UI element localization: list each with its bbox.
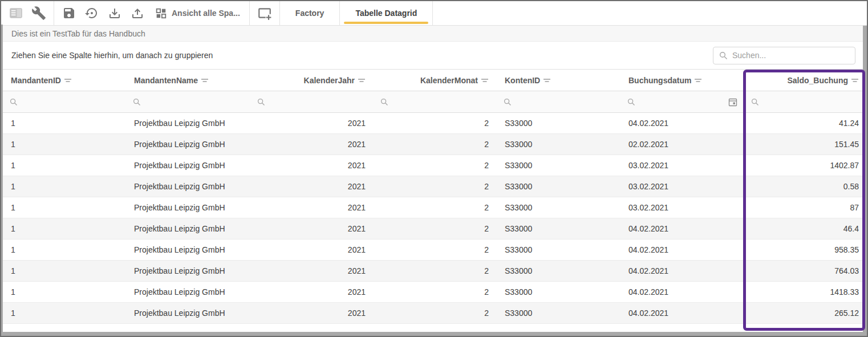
column-header-saldo_buchung[interactable]: Saldo_Buchung (744, 70, 867, 91)
filter-search-icon (133, 98, 141, 106)
cell-mandantenid: 1 (3, 134, 126, 155)
view-columns-label: Ansicht alle Spa... (172, 9, 240, 18)
tab-tabelle-datagrid[interactable]: Tabelle Datagrid (340, 1, 432, 25)
add-tab-button[interactable] (253, 1, 276, 25)
header-filter-icon[interactable] (543, 77, 551, 84)
cell-buchungsdatum: 03.02.2021 (620, 155, 744, 176)
search-box[interactable] (713, 47, 855, 64)
cell-kontenid: S33000 (497, 261, 620, 281)
cell-mandantenname: Projektbau Leipzig GmbH (126, 134, 250, 155)
table-row[interactable]: 1Projektbau Leipzig GmbH20212S3300003.02… (3, 176, 867, 197)
cell-buchungsdatum: 04.02.2021 (620, 303, 744, 323)
cell-saldo_buchung: 41.24 (744, 113, 867, 133)
group-by-hint: Ziehen Sie eine Spalte hierhin, um danac… (11, 51, 213, 60)
column-header-kontenid[interactable]: KontenID (497, 70, 620, 91)
table-row[interactable]: 1Projektbau Leipzig GmbH20212S3300004.02… (3, 303, 867, 324)
cell-mandantenid: 1 (3, 113, 126, 133)
filter-cell-kalendermonat[interactable] (374, 91, 497, 112)
column-header-buchungsdatum[interactable]: Buchungsdatum (620, 70, 744, 91)
download-button[interactable] (103, 1, 126, 25)
table-row[interactable]: 1Projektbau Leipzig GmbH20212S3300004.02… (3, 261, 867, 282)
tab-description-bar: Dies ist ein TestTab für das Handbuch (1, 26, 867, 42)
cell-saldo_buchung: 958.35 (744, 239, 867, 260)
save-icon (62, 6, 76, 20)
data-grid: MandantenIDMandantenNameKalenderJahrKale… (1, 70, 867, 324)
upload-button[interactable] (126, 1, 149, 25)
calendar-icon[interactable] (728, 98, 737, 107)
table-row[interactable]: 1Projektbau Leipzig GmbH20212S3300004.02… (3, 113, 867, 134)
cell-mandantenname: Projektbau Leipzig GmbH (126, 282, 250, 302)
cell-saldo_buchung: 87 (744, 197, 867, 218)
tab-description: Dies ist ein TestTab für das Handbuch (11, 29, 145, 38)
cell-saldo_buchung: 1402.87 (744, 155, 867, 176)
table-row[interactable]: 1Projektbau Leipzig GmbH20212S3300002.02… (3, 134, 867, 155)
horizontal-scrollbar[interactable] (1, 332, 867, 336)
restore-icon (85, 6, 99, 20)
cell-kontenid: S33000 (497, 282, 620, 302)
filter-cell-buchungsdatum[interactable] (620, 91, 744, 112)
cell-mandantenid: 1 (3, 282, 126, 302)
add-tab-icon (257, 6, 272, 21)
view-columns-button[interactable]: Ansicht alle Spa... (149, 1, 246, 25)
header-filter-icon[interactable] (201, 77, 209, 84)
cell-kalenderjahr: 2021 (250, 261, 374, 281)
cell-kalendermonat: 2 (374, 176, 497, 197)
wrench-icon (31, 6, 46, 21)
cell-buchungsdatum: 03.02.2021 (620, 197, 744, 218)
cell-mandantenid: 1 (3, 239, 126, 260)
column-header-mandantenid[interactable]: MandantenID (3, 70, 126, 91)
column-header-kalenderjahr[interactable]: KalenderJahr (250, 70, 374, 91)
panel-toggle-button[interactable] (5, 1, 27, 25)
cell-kalendermonat: 2 (374, 218, 497, 239)
table-row[interactable]: 1Projektbau Leipzig GmbH20212S3300003.02… (3, 155, 867, 176)
column-caption: MandantenName (134, 76, 198, 85)
table-row[interactable]: 1Projektbau Leipzig GmbH20212S3300004.02… (3, 282, 867, 303)
settings-button[interactable] (27, 1, 50, 25)
table-row[interactable]: 1Projektbau Leipzig GmbH20212S3300004.02… (3, 218, 867, 239)
cell-kontenid: S33000 (497, 303, 620, 323)
cell-saldo_buchung: 1418.33 (744, 282, 867, 302)
panel-icon (9, 6, 23, 21)
header-filter-icon[interactable] (481, 77, 489, 84)
cell-kalenderjahr: 2021 (250, 303, 374, 323)
filter-cell-mandantenid[interactable] (3, 91, 126, 112)
filter-cell-mandantenname[interactable] (126, 91, 250, 112)
search-input[interactable] (732, 51, 849, 60)
cell-mandantenid: 1 (3, 176, 126, 197)
cell-mandantenid: 1 (3, 218, 126, 239)
filter-cell-kalenderjahr[interactable] (250, 91, 374, 112)
cell-kontenid: S33000 (497, 155, 620, 176)
column-header-mandantenname[interactable]: MandantenName (126, 70, 250, 91)
tab-label: Tabelle Datagrid (355, 9, 417, 18)
filter-search-icon (257, 98, 265, 106)
tab-factory[interactable]: Factory (280, 1, 340, 25)
table-row[interactable]: 1Projektbau Leipzig GmbH20212S3300004.02… (3, 239, 867, 261)
cell-kalendermonat: 2 (374, 113, 497, 133)
grid-body: 1Projektbau Leipzig GmbH20212S3300004.02… (3, 113, 867, 324)
header-filter-icon[interactable] (851, 77, 859, 84)
cell-kalenderjahr: 2021 (250, 134, 374, 155)
column-header-kalendermonat[interactable]: KalenderMonat (374, 70, 497, 91)
search-icon (719, 51, 728, 60)
header-filter-icon[interactable] (358, 77, 366, 84)
cell-buchungsdatum: 03.02.2021 (620, 176, 744, 197)
cell-saldo_buchung: 764.03 (744, 261, 867, 281)
restore-button[interactable] (80, 1, 103, 25)
cell-kalendermonat: 2 (374, 155, 497, 176)
filter-cell-kontenid[interactable] (497, 91, 620, 112)
header-filter-icon[interactable] (694, 77, 702, 84)
toolbar: Ansicht alle Spa... Factory Tabelle Data… (1, 1, 867, 26)
filter-search-icon (751, 98, 759, 106)
filter-cell-saldo_buchung[interactable] (744, 91, 867, 112)
cell-saldo_buchung: 151.45 (744, 134, 867, 155)
vertical-scrollbar[interactable] (863, 26, 867, 332)
table-row[interactable]: 1Projektbau Leipzig GmbH20212S3300003.02… (3, 197, 867, 218)
filter-search-icon (10, 98, 18, 106)
cell-mandantenname: Projektbau Leipzig GmbH (126, 261, 250, 281)
filter-search-icon (504, 98, 512, 106)
cell-kalendermonat: 2 (374, 239, 497, 260)
group-by-panel[interactable]: Ziehen Sie eine Spalte hierhin, um danac… (1, 42, 867, 70)
header-filter-icon[interactable] (64, 77, 72, 84)
save-button[interactable] (58, 1, 80, 25)
cell-kalenderjahr: 2021 (250, 239, 374, 260)
